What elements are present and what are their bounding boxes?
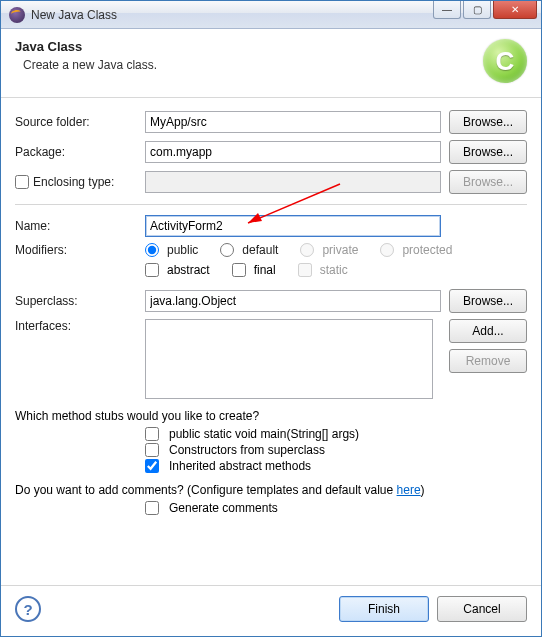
- enclosing-type-input: [145, 171, 441, 193]
- modifier-protected: protected: [380, 243, 452, 257]
- check-static: [298, 263, 312, 277]
- add-interface-button[interactable]: Add...: [449, 319, 527, 343]
- superclass-input[interactable]: [145, 290, 441, 312]
- package-input[interactable]: [145, 141, 441, 163]
- modifiers-label: Modifiers:: [15, 243, 145, 257]
- browse-source-button[interactable]: Browse...: [449, 110, 527, 134]
- stub-inherited-label: Inherited abstract methods: [169, 459, 311, 473]
- interfaces-label: Interfaces:: [15, 319, 145, 333]
- dialog-window: New Java Class — ▢ ✕ Java Class Create a…: [0, 0, 542, 637]
- window-controls: — ▢ ✕: [433, 1, 541, 28]
- stub-constructors-label: Constructors from superclass: [169, 443, 325, 457]
- modifier-default[interactable]: default: [220, 243, 278, 257]
- check-constructors[interactable]: [145, 443, 159, 457]
- minimize-button[interactable]: —: [433, 1, 461, 19]
- modifier-private: private: [300, 243, 358, 257]
- modifier-abstract[interactable]: abstract: [145, 263, 210, 277]
- maximize-button[interactable]: ▢: [463, 1, 491, 19]
- source-folder-input[interactable]: [145, 111, 441, 133]
- footer: ? Finish Cancel: [1, 585, 541, 636]
- cancel-button[interactable]: Cancel: [437, 596, 527, 622]
- modifier-final[interactable]: final: [232, 263, 276, 277]
- enclosing-type-checkbox[interactable]: [15, 175, 29, 189]
- window-title: New Java Class: [31, 8, 433, 22]
- stubs-question: Which method stubs would you like to cre…: [15, 409, 527, 423]
- radio-public[interactable]: [145, 243, 159, 257]
- stub-main-label: public static void main(String[] args): [169, 427, 359, 441]
- name-input[interactable]: [145, 215, 441, 237]
- radio-protected: [380, 243, 394, 257]
- radio-default[interactable]: [220, 243, 234, 257]
- package-label: Package:: [15, 145, 145, 159]
- source-folder-label: Source folder:: [15, 115, 145, 129]
- browse-superclass-button[interactable]: Browse...: [449, 289, 527, 313]
- comments-question: Do you want to add comments? (Configure …: [15, 483, 527, 497]
- check-inherited[interactable]: [145, 459, 159, 473]
- close-button[interactable]: ✕: [493, 1, 537, 19]
- superclass-label: Superclass:: [15, 294, 145, 308]
- check-final[interactable]: [232, 263, 246, 277]
- enclosing-type-label: Enclosing type:: [33, 175, 114, 189]
- form-area: Source folder: Browse... Package: Browse…: [1, 98, 541, 585]
- titlebar: New Java Class — ▢ ✕: [1, 1, 541, 29]
- browse-enclosing-button: Browse...: [449, 170, 527, 194]
- banner-description: Create a new Java class.: [23, 58, 483, 72]
- generate-comments-label: Generate comments: [169, 501, 278, 515]
- modifier-static: static: [298, 263, 348, 277]
- enclosing-type-option[interactable]: Enclosing type:: [15, 175, 145, 189]
- remove-interface-button: Remove: [449, 349, 527, 373]
- help-icon[interactable]: ?: [15, 596, 41, 622]
- check-main[interactable]: [145, 427, 159, 441]
- check-abstract[interactable]: [145, 263, 159, 277]
- class-icon: C: [483, 39, 527, 83]
- banner-title: Java Class: [15, 39, 483, 54]
- modifier-public[interactable]: public: [145, 243, 198, 257]
- check-generate-comments[interactable]: [145, 501, 159, 515]
- banner: Java Class Create a new Java class. C: [1, 29, 541, 98]
- name-label: Name:: [15, 219, 145, 233]
- interfaces-list[interactable]: [145, 319, 433, 399]
- radio-private: [300, 243, 314, 257]
- configure-templates-link[interactable]: here: [397, 483, 421, 497]
- browse-package-button[interactable]: Browse...: [449, 140, 527, 164]
- eclipse-icon: [9, 7, 25, 23]
- finish-button[interactable]: Finish: [339, 596, 429, 622]
